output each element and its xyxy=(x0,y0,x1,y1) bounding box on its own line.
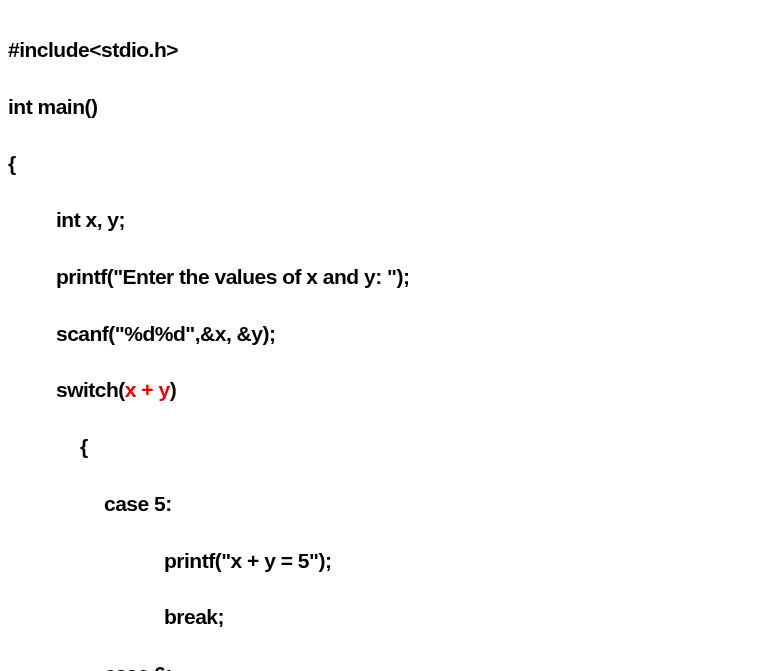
switch-keyword: switch( xyxy=(56,378,125,401)
code-line-case-5: case 5: xyxy=(8,490,754,518)
code-block: #include<stdio.h> int main() { int x, y;… xyxy=(8,8,754,671)
code-line-main-decl: int main() xyxy=(8,93,754,121)
code-line-printf-prompt: printf("Enter the values of x and y: "); xyxy=(8,263,754,291)
code-line-break-5: break; xyxy=(8,603,754,631)
switch-expression: x + y xyxy=(125,378,170,401)
code-line-brace-open: { xyxy=(8,150,754,178)
code-line-include: #include<stdio.h> xyxy=(8,36,754,64)
code-line-printf-5: printf("x + y = 5"); xyxy=(8,547,754,575)
switch-close-paren: ) xyxy=(170,378,177,401)
code-line-case-6: case 6: xyxy=(8,660,754,671)
code-line-switch: switch(x + y) xyxy=(8,376,754,404)
code-line-scanf: scanf("%d%d",&x, &y); xyxy=(8,320,754,348)
code-line-switch-brace-open: { xyxy=(8,433,754,461)
code-line-var-decl: int x, y; xyxy=(8,206,754,234)
